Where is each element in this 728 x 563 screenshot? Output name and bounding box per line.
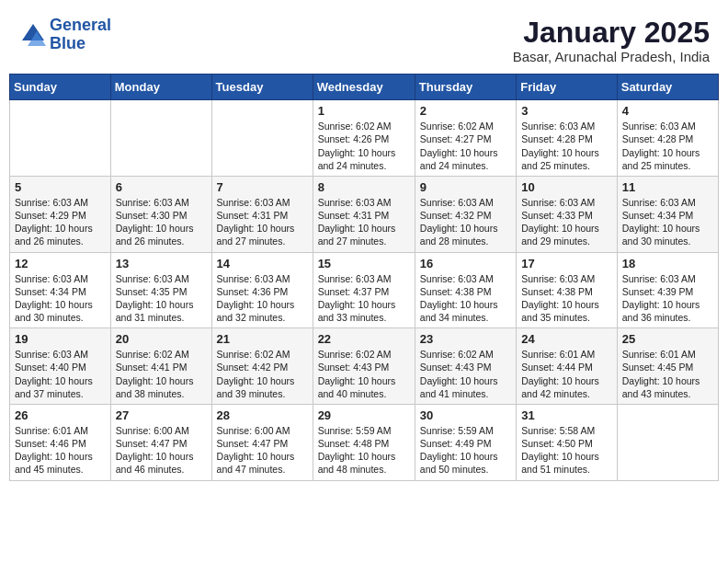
day-number: 29 <box>318 408 410 422</box>
day-number: 14 <box>217 257 308 270</box>
day-number: 19 <box>15 332 106 346</box>
location: Basar, Arunachal Pradesh, India <box>513 49 710 64</box>
calendar-cell: 19Sunrise: 6:03 AM Sunset: 4:40 PM Dayli… <box>10 328 111 405</box>
calendar-cell: 6Sunrise: 6:03 AM Sunset: 4:30 PM Daylig… <box>110 176 211 252</box>
day-info: Sunrise: 6:03 AM Sunset: 4:38 PM Dayligh… <box>521 272 612 325</box>
day-info: Sunrise: 6:03 AM Sunset: 4:38 PM Dayligh… <box>420 272 511 325</box>
day-info: Sunrise: 6:03 AM Sunset: 4:35 PM Dayligh… <box>116 272 207 325</box>
day-info: Sunrise: 6:00 AM Sunset: 4:47 PM Dayligh… <box>217 424 308 477</box>
calendar-cell: 21Sunrise: 6:02 AM Sunset: 4:42 PM Dayli… <box>211 328 313 405</box>
day-number: 12 <box>15 257 106 270</box>
day-info: Sunrise: 6:03 AM Sunset: 4:30 PM Dayligh… <box>116 196 207 248</box>
day-info: Sunrise: 6:02 AM Sunset: 4:27 PM Dayligh… <box>420 120 511 172</box>
calendar-cell: 22Sunrise: 6:02 AM Sunset: 4:43 PM Dayli… <box>313 328 415 405</box>
day-number: 17 <box>521 257 612 270</box>
calendar-cell: 14Sunrise: 6:03 AM Sunset: 4:36 PM Dayli… <box>211 252 313 328</box>
day-info: Sunrise: 6:03 AM Sunset: 4:28 PM Dayligh… <box>521 120 612 172</box>
day-number: 7 <box>217 180 308 194</box>
day-number: 3 <box>521 104 612 118</box>
day-info: Sunrise: 6:03 AM Sunset: 4:34 PM Dayligh… <box>622 196 713 248</box>
day-number: 24 <box>521 332 612 346</box>
page-header: General Blue January 2025 Basar, Arunach… <box>9 9 719 70</box>
calendar-week-row: 5Sunrise: 6:03 AM Sunset: 4:29 PM Daylig… <box>10 176 719 252</box>
day-number: 21 <box>217 332 308 346</box>
weekday-header: Friday <box>517 75 618 100</box>
day-number: 2 <box>420 104 511 118</box>
calendar-table: SundayMondayTuesdayWednesdayThursdayFrid… <box>9 74 719 480</box>
calendar-cell <box>617 404 718 480</box>
day-number: 25 <box>622 332 713 346</box>
calendar-cell: 1Sunrise: 6:02 AM Sunset: 4:26 PM Daylig… <box>313 100 415 177</box>
day-number: 31 <box>521 408 612 422</box>
day-info: Sunrise: 5:59 AM Sunset: 4:49 PM Dayligh… <box>420 424 511 477</box>
day-info: Sunrise: 6:03 AM Sunset: 4:36 PM Dayligh… <box>217 272 308 325</box>
day-info: Sunrise: 6:03 AM Sunset: 4:40 PM Dayligh… <box>15 348 106 400</box>
calendar-cell: 25Sunrise: 6:01 AM Sunset: 4:45 PM Dayli… <box>617 328 718 405</box>
calendar-week-row: 12Sunrise: 6:03 AM Sunset: 4:34 PM Dayli… <box>10 252 719 328</box>
day-number: 27 <box>116 408 207 422</box>
calendar-cell: 3Sunrise: 6:03 AM Sunset: 4:28 PM Daylig… <box>517 100 618 177</box>
title-block: January 2025 Basar, Arunachal Pradesh, I… <box>513 17 710 64</box>
day-number: 13 <box>116 257 207 270</box>
calendar-cell: 11Sunrise: 6:03 AM Sunset: 4:34 PM Dayli… <box>617 176 718 252</box>
day-info: Sunrise: 6:02 AM Sunset: 4:43 PM Dayligh… <box>420 348 511 400</box>
calendar-cell: 5Sunrise: 6:03 AM Sunset: 4:29 PM Daylig… <box>10 176 111 252</box>
day-number: 8 <box>318 180 410 194</box>
logo-general: General <box>50 16 111 34</box>
weekday-header: Sunday <box>10 75 111 100</box>
calendar-cell: 31Sunrise: 5:58 AM Sunset: 4:50 PM Dayli… <box>517 404 618 480</box>
calendar-cell: 30Sunrise: 5:59 AM Sunset: 4:49 PM Dayli… <box>415 404 516 480</box>
day-info: Sunrise: 6:03 AM Sunset: 4:37 PM Dayligh… <box>318 272 410 325</box>
day-info: Sunrise: 6:03 AM Sunset: 4:33 PM Dayligh… <box>521 196 612 248</box>
calendar-cell: 7Sunrise: 6:03 AM Sunset: 4:31 PM Daylig… <box>211 176 313 252</box>
calendar-cell: 24Sunrise: 6:01 AM Sunset: 4:44 PM Dayli… <box>517 328 618 405</box>
calendar-cell <box>10 100 111 177</box>
day-number: 4 <box>622 104 713 118</box>
calendar-cell: 13Sunrise: 6:03 AM Sunset: 4:35 PM Dayli… <box>110 252 211 328</box>
logo-icon <box>18 22 48 48</box>
day-number: 11 <box>622 180 713 194</box>
calendar-cell: 17Sunrise: 6:03 AM Sunset: 4:38 PM Dayli… <box>517 252 618 328</box>
day-info: Sunrise: 6:00 AM Sunset: 4:47 PM Dayligh… <box>116 424 207 477</box>
day-info: Sunrise: 6:01 AM Sunset: 4:44 PM Dayligh… <box>521 348 612 400</box>
day-info: Sunrise: 6:03 AM Sunset: 4:39 PM Dayligh… <box>622 272 713 325</box>
calendar-cell: 23Sunrise: 6:02 AM Sunset: 4:43 PM Dayli… <box>415 328 516 405</box>
calendar-cell <box>211 100 313 177</box>
calendar-cell: 16Sunrise: 6:03 AM Sunset: 4:38 PM Dayli… <box>415 252 516 328</box>
day-number: 5 <box>15 180 106 194</box>
calendar-cell: 29Sunrise: 5:59 AM Sunset: 4:48 PM Dayli… <box>313 404 415 480</box>
day-info: Sunrise: 6:03 AM Sunset: 4:28 PM Dayligh… <box>622 120 713 172</box>
calendar-cell: 8Sunrise: 6:03 AM Sunset: 4:31 PM Daylig… <box>313 176 415 252</box>
day-info: Sunrise: 6:01 AM Sunset: 4:45 PM Dayligh… <box>622 348 713 400</box>
weekday-header-row: SundayMondayTuesdayWednesdayThursdayFrid… <box>10 75 719 100</box>
calendar-cell: 2Sunrise: 6:02 AM Sunset: 4:27 PM Daylig… <box>415 100 516 177</box>
weekday-header: Thursday <box>415 75 516 100</box>
day-number: 28 <box>217 408 308 422</box>
day-number: 1 <box>318 104 410 118</box>
day-number: 9 <box>420 180 511 194</box>
day-number: 23 <box>420 332 511 346</box>
calendar-week-row: 26Sunrise: 6:01 AM Sunset: 4:46 PM Dayli… <box>10 404 719 480</box>
day-info: Sunrise: 6:03 AM Sunset: 4:34 PM Dayligh… <box>15 272 106 325</box>
calendar-week-row: 1Sunrise: 6:02 AM Sunset: 4:26 PM Daylig… <box>10 100 719 177</box>
calendar-cell <box>110 100 211 177</box>
calendar-cell: 27Sunrise: 6:00 AM Sunset: 4:47 PM Dayli… <box>110 404 211 480</box>
logo: General Blue <box>18 17 111 53</box>
calendar-cell: 12Sunrise: 6:03 AM Sunset: 4:34 PM Dayli… <box>10 252 111 328</box>
day-number: 16 <box>420 257 511 270</box>
month-title: January 2025 <box>513 17 710 49</box>
calendar-cell: 28Sunrise: 6:00 AM Sunset: 4:47 PM Dayli… <box>211 404 313 480</box>
day-number: 6 <box>116 180 207 194</box>
logo-blue: Blue <box>50 34 85 52</box>
day-info: Sunrise: 6:03 AM Sunset: 4:31 PM Dayligh… <box>318 196 410 248</box>
calendar-cell: 10Sunrise: 6:03 AM Sunset: 4:33 PM Dayli… <box>517 176 618 252</box>
day-info: Sunrise: 6:02 AM Sunset: 4:42 PM Dayligh… <box>217 348 308 400</box>
weekday-header: Tuesday <box>211 75 313 100</box>
calendar-cell: 18Sunrise: 6:03 AM Sunset: 4:39 PM Dayli… <box>617 252 718 328</box>
day-info: Sunrise: 6:02 AM Sunset: 4:26 PM Dayligh… <box>318 120 410 172</box>
day-info: Sunrise: 6:03 AM Sunset: 4:32 PM Dayligh… <box>420 196 511 248</box>
day-info: Sunrise: 6:03 AM Sunset: 4:29 PM Dayligh… <box>15 196 106 248</box>
day-number: 26 <box>15 408 106 422</box>
day-number: 10 <box>521 180 612 194</box>
calendar-cell: 15Sunrise: 6:03 AM Sunset: 4:37 PM Dayli… <box>313 252 415 328</box>
